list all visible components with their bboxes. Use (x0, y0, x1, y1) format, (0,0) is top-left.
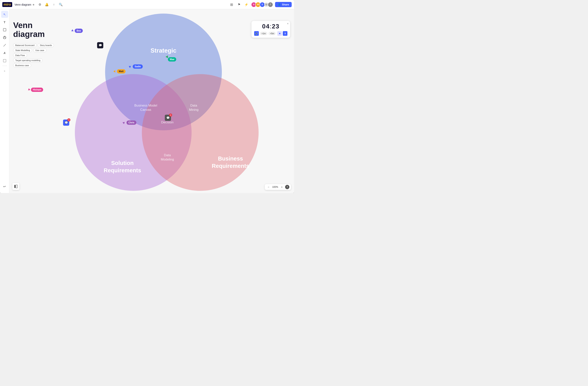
comment-icon-right[interactable]: 💬 3 (165, 115, 171, 121)
left-sidebar: ↖ T A » ↩ (0, 9, 9, 193)
tag-balanced-scorecard[interactable]: Balanced Scorecard (13, 43, 37, 47)
avatar-extra: ? (268, 2, 273, 7)
label-solution-2: Requirements (104, 167, 141, 173)
tag-target-operating[interactable]: Target operating modelling (13, 58, 42, 62)
comment-right-symbol: 💬 (166, 116, 170, 119)
zoom-controls: − 100% + ? (265, 184, 291, 190)
label-data-mining-1: Data (190, 104, 197, 107)
timer-minutes: 04 (262, 23, 270, 30)
document-title: Venn diagram (15, 3, 31, 6)
label-strategic: Strategic (150, 47, 176, 54)
share-icon[interactable]: ↑ (51, 2, 57, 7)
svg-rect-0 (3, 28, 6, 31)
share-person-icon: 👤 (278, 3, 281, 6)
doc-title: Venn diagram ★ (15, 3, 35, 6)
zoom-out-button[interactable]: − (266, 185, 271, 189)
svg-line-3 (5, 44, 6, 44)
label-business: Business (218, 156, 243, 162)
tag-data-flow[interactable]: Data Flow (13, 53, 27, 57)
bottom-left-controls (12, 183, 19, 190)
flag-icon[interactable]: ⚑ (236, 2, 242, 7)
label-business-model-1: Business Model (134, 104, 157, 107)
share-button[interactable]: 👤 Share (275, 2, 292, 7)
timer-seconds: 23 (272, 23, 279, 30)
tool-frame[interactable] (1, 57, 8, 64)
timer-close[interactable]: × (287, 22, 289, 25)
favorite-icon[interactable]: ★ (32, 3, 35, 6)
panel-toggle-icon (14, 185, 18, 188)
label-data-modeling-2: Modeling (161, 158, 174, 161)
comment-icon-symbol: 💬 (99, 44, 102, 47)
tool-text[interactable]: T (1, 19, 8, 25)
grid-icon[interactable]: ⊞ (229, 2, 234, 7)
tool-pen[interactable] (1, 42, 8, 49)
tool-cursor[interactable]: ↖ (1, 11, 8, 18)
canvas-left-panel: Venn diagram Balanced Scorecard Story bo… (13, 21, 56, 67)
main-area: ↖ T A » ↩ Venn diagram (0, 9, 294, 193)
timer-colon: : (270, 23, 272, 30)
tags-container: Balanced Scorecard Story boards State Mo… (13, 43, 56, 67)
label-business-2: Requirements (212, 163, 249, 169)
help-button[interactable]: ? (285, 185, 289, 189)
top-bar-icons: ⚙ 🔔 ↑ 🔍 (37, 2, 63, 7)
timer-widget: × 04:23 🔊 +1m +5m ■ ⏸ (252, 21, 290, 38)
tag-state-modelling[interactable]: State Modelling (13, 48, 32, 52)
comment-badge-left: 3 (67, 118, 70, 122)
label-data-mining-2: Mining (189, 108, 198, 112)
canvas-area[interactable]: Venn diagram Balanced Scorecard Story bo… (9, 9, 294, 193)
tool-undo[interactable]: ↩ (1, 183, 8, 190)
tool-shapes[interactable] (1, 34, 8, 41)
svg-line-2 (3, 44, 5, 46)
avatar-group: H M S 12 ? (251, 2, 273, 7)
timer-add-5m[interactable]: +5m (269, 32, 276, 35)
timer-sound-btn[interactable]: 🔊 (254, 31, 259, 36)
label-data-modeling-1: Data (164, 153, 171, 157)
tool-more[interactable]: » (1, 67, 8, 74)
label-decision: Decision (161, 121, 173, 124)
timer-controls: 🔊 +1m +5m ■ ⏸ (254, 31, 287, 36)
tag-story-boards[interactable]: Story boards (38, 43, 54, 47)
comment-icon-top[interactable]: 💬 (97, 42, 103, 48)
search-icon[interactable]: 🔍 (58, 2, 63, 7)
notifications-icon[interactable]: 🔔 (44, 2, 49, 7)
comment-badge-right: 3 (169, 114, 172, 117)
miro-logo: miro (2, 2, 12, 7)
tool-font[interactable]: A (1, 49, 8, 57)
comment-icon-left-bottom[interactable]: 💬 3 (63, 120, 69, 126)
top-bar: miro Venn diagram ★ ⚙ 🔔 ↑ 🔍 ⊞ ⚑ ⚡ H M S … (0, 0, 294, 9)
tag-business-case[interactable]: Business case (13, 63, 31, 67)
lightning-icon[interactable]: ⚡ (244, 2, 249, 7)
diagram-title: Venn diagram (13, 21, 56, 39)
panel-toggle-button[interactable] (12, 183, 19, 190)
svg-rect-4 (3, 59, 6, 62)
share-label: Share (282, 3, 289, 6)
timer-display: 04:23 (254, 23, 287, 30)
comment-left-bottom-symbol: 💬 (64, 121, 68, 124)
top-bar-right: ⊞ ⚑ ⚡ H M S 12 ? 👤 Share (229, 2, 292, 7)
svg-rect-6 (16, 185, 17, 188)
timer-pause-btn[interactable]: ⏸ (283, 31, 287, 36)
zoom-level[interactable]: 100% (272, 186, 278, 188)
zoom-in-button[interactable]: + (280, 185, 284, 189)
svg-rect-5 (14, 185, 16, 188)
settings-icon[interactable]: ⚙ (37, 2, 42, 7)
sidebar-separator (2, 66, 7, 66)
label-solution: Solution (111, 160, 134, 166)
timer-stop-btn[interactable]: ■ (277, 31, 282, 36)
app-container: miro Venn diagram ★ ⚙ 🔔 ↑ 🔍 ⊞ ⚑ ⚡ H M S … (0, 0, 294, 193)
tool-sticky[interactable] (1, 26, 8, 33)
circle-business (142, 74, 259, 191)
label-business-model-2: Canvas (140, 108, 151, 112)
tag-use-case[interactable]: Use case (33, 48, 46, 52)
timer-add-1m[interactable]: +1m (260, 32, 267, 35)
